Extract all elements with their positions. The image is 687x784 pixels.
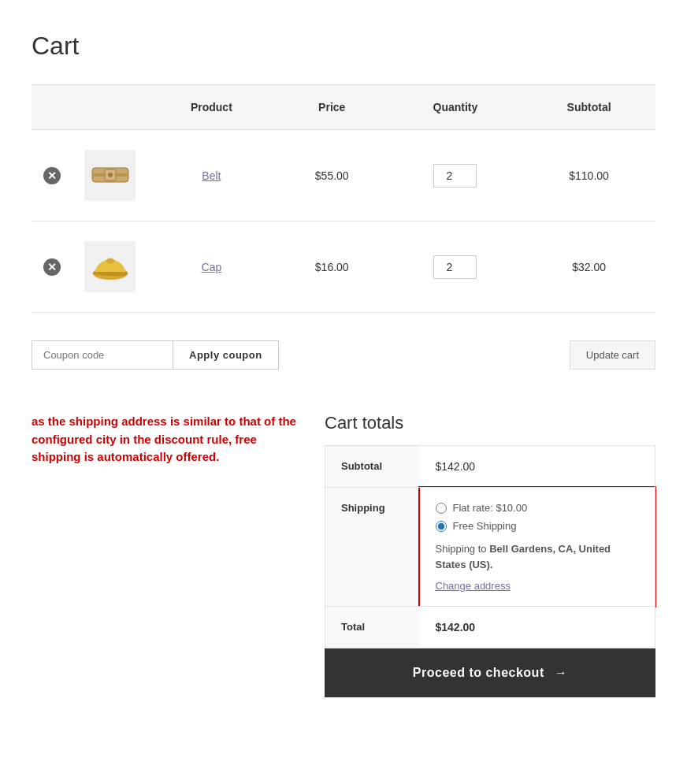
cart-table: Product Price Quantity Subtotal ✕ Belt $… xyxy=(32,84,655,313)
flat-rate-option[interactable]: Flat rate: $10.00 xyxy=(436,502,640,514)
checkout-arrow-icon: → xyxy=(555,666,568,680)
coupon-left: Apply coupon xyxy=(32,340,279,370)
remove-cell: ✕ xyxy=(32,130,72,221)
col-header-quantity: Quantity xyxy=(388,85,522,130)
shipping-cell: Flat rate: $10.00 Free Shipping Shipping… xyxy=(420,488,655,607)
totals-table: Subtotal $142.00 Shipping Flat rate: $10… xyxy=(325,445,655,648)
product-qty-cell xyxy=(388,221,522,313)
subtotal-label: Subtotal xyxy=(325,446,420,488)
product-price-cell: $16.00 xyxy=(276,221,388,313)
total-label: Total xyxy=(325,607,420,648)
product-qty-cell xyxy=(388,130,522,221)
svg-rect-3 xyxy=(92,173,105,176)
update-cart-button[interactable]: Update cart xyxy=(570,340,655,370)
remove-icon: ✕ xyxy=(43,167,61,184)
bottom-section: as the shipping address is similar to th… xyxy=(32,413,655,697)
shipping-options: Flat rate: $10.00 Free Shipping xyxy=(436,502,640,532)
flat-rate-radio[interactable] xyxy=(436,503,447,514)
page-title: Cart xyxy=(32,32,655,61)
remove-button[interactable]: ✕ xyxy=(43,167,61,184)
svg-rect-4 xyxy=(116,173,128,176)
free-shipping-radio[interactable] xyxy=(436,521,447,532)
product-subtotal-cell: $32.00 xyxy=(522,221,655,313)
change-address-link[interactable]: Change address xyxy=(436,580,640,592)
col-header-remove xyxy=(32,85,72,130)
product-name-cell: Cap xyxy=(147,221,276,313)
checkout-btn-row: Proceed to checkout → xyxy=(325,648,655,697)
shipping-label: Shipping xyxy=(325,488,420,607)
cart-totals: Cart totals Subtotal $142.00 Shipping xyxy=(325,413,655,697)
checkout-label: Proceed to checkout xyxy=(413,666,544,679)
shipping-row: Shipping Flat rate: $10.00 Free Ship xyxy=(325,488,655,607)
flat-rate-label: Flat rate: $10.00 xyxy=(453,502,528,514)
product-img-cell xyxy=(72,130,147,221)
annotation-text: as the shipping address is similar to th… xyxy=(32,413,299,466)
product-price-cell: $55.00 xyxy=(276,130,388,221)
free-shipping-option[interactable]: Free Shipping xyxy=(436,520,640,532)
col-header-price: Price xyxy=(276,85,388,130)
table-row: ✕ Cap $16.00 $32.00 xyxy=(32,221,655,313)
product-image xyxy=(84,241,136,292)
subtotal-row: Subtotal $142.00 xyxy=(325,446,655,488)
free-shipping-label: Free Shipping xyxy=(453,520,517,532)
shipping-to-text: Shipping to xyxy=(436,543,487,555)
product-image xyxy=(84,150,136,201)
col-header-subtotal: Subtotal xyxy=(522,85,655,130)
quantity-input[interactable] xyxy=(433,164,477,188)
cart-totals-title: Cart totals xyxy=(325,413,655,433)
product-link[interactable]: Belt xyxy=(202,169,221,182)
svg-point-2 xyxy=(108,173,113,177)
quantity-input[interactable] xyxy=(433,255,477,279)
total-row: Total $142.00 xyxy=(325,607,655,648)
svg-point-6 xyxy=(106,258,114,263)
product-img-cell xyxy=(72,221,147,313)
col-header-product: Product xyxy=(147,85,276,130)
shipping-address-text: Shipping to Bell Gardens, CA, United Sta… xyxy=(436,541,640,572)
remove-button[interactable]: ✕ xyxy=(43,258,61,276)
total-value: $142.00 xyxy=(420,607,655,648)
product-name-cell: Belt xyxy=(147,130,276,221)
remove-cell: ✕ xyxy=(32,221,72,313)
coupon-row: Apply coupon Update cart xyxy=(32,329,655,381)
product-link[interactable]: Cap xyxy=(202,261,222,273)
remove-icon: ✕ xyxy=(43,258,61,276)
product-subtotal-cell: $110.00 xyxy=(522,130,655,221)
checkout-button[interactable]: Proceed to checkout → xyxy=(325,648,655,697)
col-header-img xyxy=(72,85,147,130)
table-row: ✕ Belt $55.00 $110.00 xyxy=(32,130,655,221)
subtotal-value: $142.00 xyxy=(420,446,655,488)
coupon-input[interactable] xyxy=(32,340,173,370)
shipping-box: Flat rate: $10.00 Free Shipping Shipping… xyxy=(418,486,657,608)
apply-coupon-button[interactable]: Apply coupon xyxy=(173,340,279,370)
